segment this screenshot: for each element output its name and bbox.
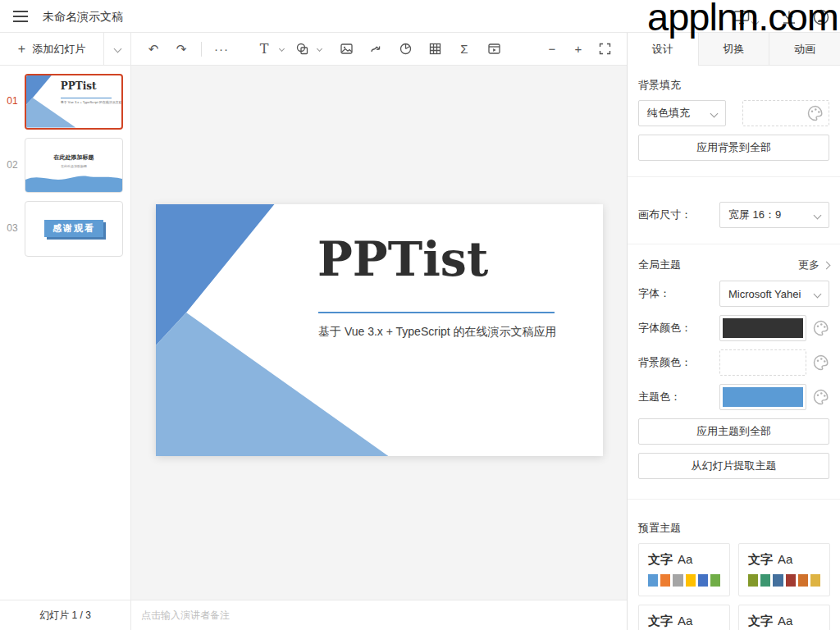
design-panel: 设计 切换 动画 背景填充 纯色填充 应用背景到全部 画布尺寸： 宽屏 16：9 <box>627 33 840 630</box>
theme-color-swatch <box>710 574 720 587</box>
theme-color-swatch <box>786 574 796 587</box>
thumb-subtitle: 基于 Vue 3.x + TypeScript 的在线演示文稿应用 <box>61 100 123 104</box>
palette-icon[interactable] <box>813 389 829 405</box>
bg-color-label: 背景颜色： <box>638 355 719 370</box>
thumb-title: 在此处添加标题 <box>25 153 122 162</box>
speaker-notes-input[interactable]: 点击输入演讲者备注 <box>131 600 627 630</box>
slide-thumbnail-panel: + 添加幻灯片 01 PPTist 基于 Vue 3.x + TypeScrip… <box>0 33 131 600</box>
divider <box>628 499 840 500</box>
shape-tool-chevron-icon[interactable] <box>313 38 325 61</box>
theme-color-swatch <box>773 574 783 587</box>
slide-subtitle-text[interactable]: 基于 Vue 3.x + TypeScript 的在线演示文稿应用 <box>318 325 557 340</box>
font-color-label: 字体颜色： <box>638 321 719 336</box>
tab-transition[interactable]: 切换 <box>698 33 769 66</box>
fit-screen-icon[interactable] <box>593 38 616 61</box>
plus-icon: + <box>18 42 25 57</box>
bg-color-picker[interactable] <box>719 349 806 376</box>
text-tool-icon[interactable]: T <box>253 38 276 61</box>
apply-theme-all-button[interactable]: 应用主题到全部 <box>638 418 829 445</box>
palette-icon[interactable] <box>813 354 829 371</box>
canvas-size-select[interactable]: 宽屏 16：9 <box>719 202 829 228</box>
theme-color-label: 主题色： <box>638 390 719 404</box>
slide-thumbnail-1[interactable]: PPTist 基于 Vue 3.x + TypeScript 的在线演示文稿应用 <box>25 74 123 130</box>
preset-theme-card[interactable]: 文字Aa <box>638 605 730 630</box>
canvas-size-label: 画布尺寸： <box>638 208 719 222</box>
more-icon[interactable]: ··· <box>210 38 233 61</box>
header: 未命名演示文稿 <box>0 0 840 33</box>
undo-icon[interactable]: ↶ <box>142 38 165 61</box>
tab-design[interactable]: 设计 <box>628 33 698 66</box>
chart-tool-icon[interactable] <box>394 38 417 61</box>
document-title[interactable]: 未命名演示文稿 <box>43 0 123 33</box>
theme-color-picker[interactable] <box>719 384 806 410</box>
add-slide-dropdown[interactable] <box>103 33 130 65</box>
preset-theme-card[interactable]: 文字Aa <box>738 543 830 596</box>
redo-icon[interactable]: ↷ <box>170 38 193 61</box>
extract-theme-button[interactable]: 从幻灯片提取主题 <box>638 453 829 479</box>
preset-theme-card[interactable]: 文字Aa <box>738 605 830 630</box>
slide-canvas[interactable]: PPTist 基于 Vue 3.x + TypeScript 的在线演示文稿应用 <box>156 204 603 456</box>
formula-tool-icon[interactable]: Σ <box>453 38 476 61</box>
status-bar: 幻灯片 1 / 3 点击输入演讲者备注 <box>0 600 627 630</box>
theme-color-swatch <box>648 574 658 587</box>
canvas-background[interactable]: PPTist 基于 Vue 3.x + TypeScript 的在线演示文稿应用 <box>131 66 627 600</box>
theme-color-swatch <box>798 574 808 587</box>
theme-palette <box>748 574 820 587</box>
background-color-picker[interactable] <box>742 100 829 126</box>
github-icon[interactable] <box>812 8 830 26</box>
font-select[interactable]: Microsoft Yahei <box>719 281 829 307</box>
chevron-down-icon <box>710 109 719 117</box>
slide-thumbnail-2[interactable]: 在此处添加标题 在此处添加副标题 <box>25 138 123 194</box>
font-color-picker[interactable] <box>719 315 806 341</box>
divider <box>628 176 840 177</box>
toolbar: ↶ ↷ ··· T <box>131 33 627 66</box>
palette-icon[interactable] <box>807 105 824 121</box>
theme-palette <box>648 574 720 587</box>
theme-more-link[interactable]: 更多 <box>798 258 829 272</box>
thumb-subtitle: 在此处添加副标题 <box>25 164 122 168</box>
theme-color-swatch <box>748 574 758 587</box>
slide-number: 02 <box>0 138 25 194</box>
zoom-in-icon[interactable]: + <box>567 38 590 61</box>
thumb-title: PPTist <box>61 80 97 92</box>
preset-theme-card[interactable]: 文字Aa <box>638 543 730 596</box>
chevron-down-icon <box>113 45 121 53</box>
zoom-out-icon[interactable]: − <box>541 38 564 61</box>
add-slide-button[interactable]: + 添加幻灯片 <box>0 33 103 65</box>
add-slide-label: 添加幻灯片 <box>32 42 85 57</box>
tab-animation[interactable]: 动画 <box>769 33 840 66</box>
slide-thumbnail-3[interactable]: 感谢观看 <box>25 201 123 257</box>
theme-color-swatch <box>810 574 820 587</box>
slide-counter: 幻灯片 1 / 3 <box>0 600 131 630</box>
text-tool-chevron-icon[interactable] <box>276 38 287 61</box>
image-tool-icon[interactable] <box>335 38 358 61</box>
theme-color-swatch <box>686 574 696 587</box>
table-tool-icon[interactable] <box>423 38 446 61</box>
chevron-down-icon <box>814 211 822 219</box>
theme-color-swatch <box>660 574 670 587</box>
divider-line[interactable] <box>318 312 555 313</box>
menu-icon[interactable] <box>13 11 28 22</box>
present-icon[interactable] <box>733 8 751 26</box>
slide-title-text[interactable]: PPTist <box>317 231 488 286</box>
theme-color-swatch <box>698 574 708 587</box>
thumb-text: 感谢观看 <box>44 220 103 237</box>
theme-color-swatch <box>760 574 770 587</box>
palette-icon[interactable] <box>813 320 829 336</box>
present-chevron-down-icon[interactable] <box>752 13 762 23</box>
media-tool-icon[interactable] <box>482 38 505 61</box>
background-fill-label: 背景填充 <box>638 78 829 93</box>
global-theme-label: 全局主题 <box>638 258 681 272</box>
fill-type-select[interactable]: 纯色填充 <box>638 100 726 126</box>
shape-tool-icon[interactable] <box>290 38 313 61</box>
theme-color-swatch <box>673 574 682 587</box>
wave-shape <box>25 172 122 192</box>
preset-theme-label: 预置主题 <box>638 521 829 536</box>
toolbar-divider <box>201 42 202 57</box>
apply-background-all-button[interactable]: 应用背景到全部 <box>638 135 829 161</box>
export-icon[interactable] <box>780 8 798 26</box>
line-tool-icon[interactable] <box>364 38 387 61</box>
slide-number: 01 <box>0 74 25 130</box>
divider <box>628 244 840 244</box>
font-label: 字体： <box>638 286 719 301</box>
